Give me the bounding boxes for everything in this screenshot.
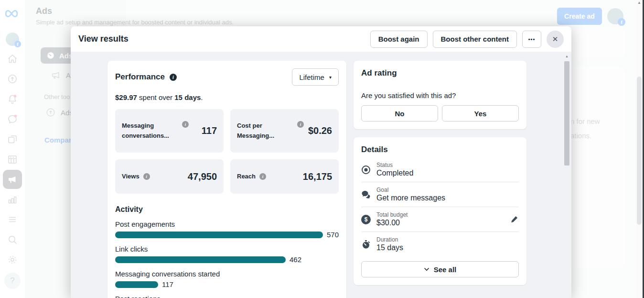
metric-value: 47,950 (188, 171, 217, 182)
spend-text: spent over (137, 93, 174, 101)
bar-value: 570 (327, 231, 339, 239)
see-all-label: See all (434, 265, 457, 274)
bar (115, 256, 286, 263)
bar-label: Post reactions (115, 295, 339, 298)
metric-card-cost-per-messaging[interactable]: Cost per Messaging...i $0.26 (230, 109, 339, 153)
metric-value: 117 (202, 125, 217, 136)
activity-bar-link-clicks: Link clicks 462 (115, 245, 339, 264)
metrics-grid: Messaging conversations...i 117 Cost per… (115, 109, 339, 194)
edit-budget-pencil-icon[interactable] (509, 215, 519, 224)
bar-label: Post engagements (115, 220, 339, 228)
details-see-all-button[interactable]: See all (361, 261, 519, 277)
info-icon[interactable]: i (297, 121, 304, 128)
metric-label: Views (122, 172, 140, 181)
scroll-up-arrow-icon[interactable]: ▲ (564, 55, 570, 58)
ad-rating-question: Are you satisfied with this ad? (361, 91, 519, 99)
dollar-circle-icon: $ (361, 215, 371, 224)
metric-label: Messaging conversations... (122, 121, 178, 140)
modal-scrollbar[interactable]: ▲ (564, 52, 570, 298)
scroll-up-arrow-icon[interactable]: ▲ (636, 0, 643, 5)
ad-rating-heading: Ad rating (361, 68, 519, 78)
bar-label: Messaging conversations started (115, 270, 339, 278)
activity-bar-post-engagements: Post engagements 570 (115, 220, 339, 239)
close-button[interactable]: ✕ (547, 31, 564, 48)
info-icon[interactable]: i (143, 173, 150, 180)
bar-value: 117 (162, 280, 173, 288)
performance-heading: Performance (115, 72, 165, 82)
modal-scrollbar-thumb[interactable] (564, 61, 569, 166)
metric-card-reach[interactable]: Reachi 16,175 (230, 159, 339, 194)
more-options-button[interactable]: ••• (522, 31, 541, 48)
rating-no-button[interactable]: No (361, 105, 438, 121)
detail-row-total-budget: $ Total budget$30.00 (361, 207, 519, 232)
info-icon[interactable]: i (259, 173, 266, 180)
chevron-down-icon (424, 267, 429, 271)
bar-label: Link clicks (115, 245, 339, 253)
metric-card-messaging-conversations[interactable]: Messaging conversations...i 117 (115, 109, 224, 153)
info-icon[interactable]: i (182, 121, 189, 128)
detail-value: Completed (376, 169, 413, 177)
date-range-value: Lifetime (299, 73, 324, 81)
detail-value: Get more messages (376, 194, 445, 202)
detail-value: 15 days (376, 243, 403, 252)
modal-right-column: Ad rating Are you satisfied with this ad… (354, 61, 526, 285)
detail-label: Status (376, 162, 413, 168)
app-screen: Ads Simple ad setup and management for b… (0, 0, 644, 298)
details-card: Details StatusCompleted (354, 137, 526, 285)
metric-card-views[interactable]: Viewsi 47,950 (115, 159, 224, 194)
detail-row-goal: GoalGet more messages (361, 182, 519, 207)
details-heading: Details (361, 145, 519, 155)
detail-label: Total budget (376, 211, 408, 218)
boost-other-content-button[interactable]: Boost other content (433, 31, 517, 48)
performance-card: Performance i Lifetime ▾ $29.97 spent ov… (107, 61, 346, 298)
spend-days: 15 days (174, 93, 201, 101)
bar-value: 462 (290, 255, 301, 264)
chat-bubbles-icon (361, 190, 371, 199)
date-range-dropdown[interactable]: Lifetime ▾ (292, 68, 339, 86)
metric-value: 16,175 (303, 171, 332, 182)
detail-row-status: StatusCompleted (361, 157, 519, 182)
activity-heading: Activity (115, 205, 339, 214)
metric-value: $0.26 (308, 125, 332, 136)
metric-label: Reach (237, 172, 256, 181)
modal-title: View results (78, 34, 365, 44)
page-scrollbar[interactable]: ▲ (636, 0, 643, 298)
ad-rating-card: Ad rating Are you satisfied with this ad… (354, 61, 526, 129)
spend-amount: $29.97 (115, 93, 137, 101)
modal-body: Performance i Lifetime ▾ $29.97 spent ov… (71, 52, 571, 298)
chevron-down-icon: ▾ (329, 75, 332, 80)
bar (115, 232, 323, 238)
stopwatch-icon (361, 240, 371, 249)
metric-label: Cost per Messaging... (237, 121, 293, 140)
activity-bar-messaging-conversations-started: Messaging conversations started 117 (115, 270, 339, 288)
bar (115, 281, 158, 288)
status-radio-icon (361, 165, 371, 175)
boost-again-button[interactable]: Boost again (370, 31, 428, 48)
page-scrollbar-thumb[interactable] (637, 77, 642, 225)
activity-bar-post-reactions: Post reactions 66 (115, 295, 339, 298)
spend-period: . (201, 93, 203, 101)
info-icon[interactable]: i (170, 74, 177, 81)
rating-yes-button[interactable]: Yes (442, 105, 519, 121)
detail-label: Duration (376, 236, 403, 243)
spend-summary: $29.97 spent over 15 days. (115, 93, 339, 101)
modal-header: View results Boost again Boost other con… (71, 26, 571, 52)
detail-label: Goal (376, 187, 445, 193)
detail-value: $30.00 (376, 219, 408, 227)
view-results-modal: View results Boost again Boost other con… (71, 26, 571, 298)
detail-row-duration: Duration15 days (361, 232, 519, 256)
